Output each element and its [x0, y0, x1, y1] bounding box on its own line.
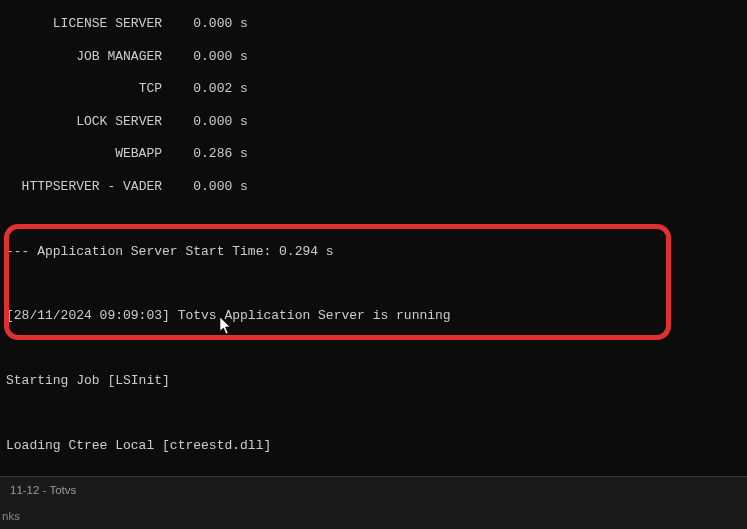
timing-httpserver: HTTPSERVER - VADER 0.000 s — [6, 179, 741, 195]
footer-tab[interactable]: 11-12 - Totvs — [0, 477, 86, 503]
timing-lock-server: LOCK SERVER 0.000 s — [6, 114, 741, 130]
footer-bar: 11-12 - Totvs nks — [0, 476, 747, 529]
starting-job-line: Starting Job [LSInit] — [6, 373, 741, 389]
start-time-line: --- Application Server Start Time: 0.294… — [6, 244, 741, 260]
timing-license-server: LICENSE SERVER 0.000 s — [6, 16, 741, 32]
timing-tcp: TCP 0.002 s — [6, 81, 741, 97]
timing-job-manager: JOB MANAGER 0.000 s — [6, 49, 741, 65]
timing-webapp: WEBAPP 0.286 s — [6, 146, 741, 162]
loading-ctree-line: Loading Ctree Local [ctreestd.dll] — [6, 438, 741, 454]
footer-links-fragment: nks — [0, 504, 747, 529]
terminal-output[interactable]: LICENSE SERVER 0.000 s JOB MANAGER 0.000… — [0, 0, 747, 462]
timestamp-running-line: [28/11/2024 09:09:03] Totvs Application … — [6, 308, 741, 324]
